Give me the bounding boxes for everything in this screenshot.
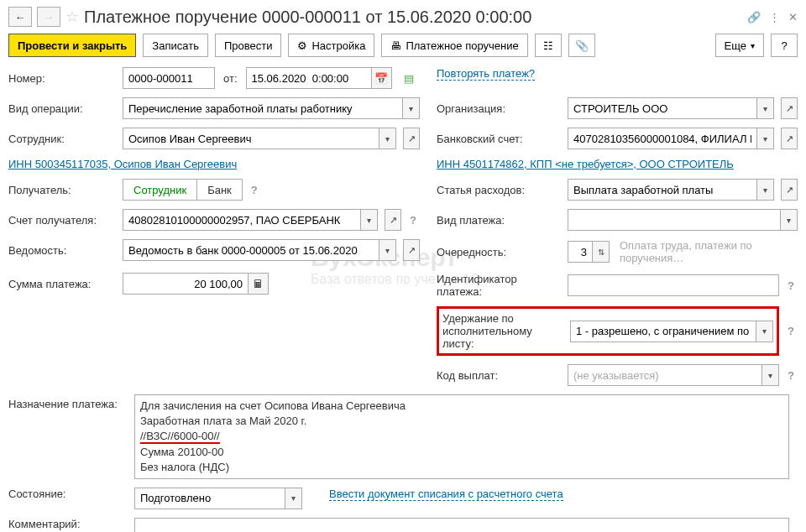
priority-input[interactable] (568, 241, 593, 263)
write-button[interactable]: Записать (143, 34, 208, 57)
calendar-button[interactable]: 📅 (372, 67, 392, 89)
structure-icon: ☷ (543, 39, 553, 52)
date-input[interactable] (246, 67, 372, 89)
bank-acc-open[interactable]: ↗ (781, 128, 798, 149)
ident-label: Идентификатор платежа: (437, 273, 563, 298)
employee-input[interactable] (123, 128, 379, 149)
post-and-close-button[interactable]: Провести и закрыть (8, 34, 136, 57)
org-label: Организация: (437, 102, 563, 115)
state-label: Состояние: (8, 488, 118, 500)
pay-type-dropdown[interactable]: ▾ (781, 209, 798, 231)
purpose-line: Заработная плата за Май 2020 г. (140, 414, 783, 429)
employee-open[interactable]: ↗ (403, 128, 420, 149)
toggle-bank[interactable]: Банк (197, 179, 243, 201)
ident-help[interactable]: ? (784, 279, 798, 292)
inn-org-link[interactable]: ИНН 4501174862, КПП <не требуется>, ООО … (437, 158, 734, 170)
bank-acc-label: Банковский счет: (437, 133, 563, 145)
page-title: Платежное поручение 0000-000011 от 15.06… (84, 8, 742, 27)
sheet-label: Ведомость: (8, 244, 118, 257)
number-label: Номер: (8, 72, 118, 85)
employee-dropdown[interactable]: ▾ (379, 128, 396, 149)
attach-button[interactable]: 📎 (568, 34, 595, 57)
recipient-help[interactable]: ? (248, 184, 261, 196)
org-input[interactable] (568, 97, 757, 119)
sheet-dropdown[interactable]: ▾ (379, 239, 396, 261)
withholding-highlight: Удержание по исполнительному листу: ▾ (437, 306, 779, 356)
purpose-line: Для зачисления на счет Осипова Ивана Сер… (140, 399, 783, 414)
priority-label: Очередность: (437, 246, 563, 258)
number-input[interactable] (123, 67, 215, 89)
org-open[interactable]: ↗ (781, 97, 798, 119)
paycode-dropdown[interactable]: ▾ (762, 364, 779, 386)
rec-acc-help[interactable]: ? (406, 214, 420, 227)
rec-acc-open[interactable]: ↗ (385, 209, 401, 231)
paycode-label: Код выплат: (437, 369, 563, 382)
withhold-label: Удержание по исполнительному листу: (442, 312, 565, 350)
calendar-icon: 📅 (374, 72, 388, 85)
purpose-label: Назначение платежа: (8, 394, 118, 410)
help-button[interactable]: ? (771, 34, 798, 57)
rec-acc-label: Счет получателя: (8, 214, 118, 227)
op-type-input[interactable] (123, 97, 403, 119)
rec-acc-dropdown[interactable]: ▾ (361, 209, 378, 231)
posted-icon: ▤ (404, 72, 414, 85)
sheet-input[interactable] (123, 239, 379, 261)
from-label: от: (223, 72, 238, 85)
more-button[interactable]: Еще ▾ (715, 34, 764, 57)
sheet-open[interactable]: ↗ (403, 239, 420, 261)
op-type-dropdown[interactable]: ▾ (403, 97, 420, 119)
calculator-icon: 🖩 (253, 278, 264, 290)
expense-dropdown[interactable]: ▾ (757, 179, 774, 201)
state-input[interactable] (134, 488, 285, 509)
employee-label: Сотрудник: (8, 133, 118, 145)
priority-stepper[interactable]: ⇅ (593, 241, 610, 263)
op-type-label: Вид операции: (8, 102, 118, 115)
post-button[interactable]: Провести (215, 34, 282, 57)
repeat-payment-link[interactable]: Повторять платеж? (437, 67, 535, 81)
withhold-input[interactable] (570, 321, 756, 342)
purpose-vzs-line: //ВЗС//6000-00// (140, 430, 220, 444)
ident-input[interactable] (568, 274, 779, 296)
favorite-star-icon[interactable]: ☆ (65, 8, 79, 26)
menu-icon[interactable]: ⋮ (769, 11, 780, 23)
close-icon[interactable]: ✕ (788, 11, 798, 23)
purpose-line: Сумма 20100-00 (140, 445, 783, 460)
structure-button[interactable]: ☷ (535, 34, 562, 57)
comment-label: Комментарий: (8, 518, 118, 530)
inn-employee-link[interactable]: ИНН 500345117035, Осипов Иван Сергеевич (8, 158, 237, 170)
link-icon[interactable]: 🔗 (747, 11, 761, 23)
recipient-label: Получатель: (8, 184, 118, 196)
pay-type-input[interactable] (568, 209, 781, 231)
settings-button[interactable]: ⚙Настройка (288, 34, 374, 57)
expense-label: Статья расходов: (437, 184, 563, 196)
sum-input[interactable] (123, 273, 249, 295)
paperclip-icon: 📎 (575, 39, 589, 52)
state-dropdown[interactable]: ▾ (285, 488, 302, 509)
withhold-dropdown[interactable]: ▾ (756, 321, 773, 342)
purpose-textarea[interactable]: Для зачисления на счет Осипова Ивана Сер… (134, 394, 789, 479)
gear-icon: ⚙ (297, 39, 307, 52)
pay-type-label: Вид платежа: (437, 214, 563, 227)
org-dropdown[interactable]: ▾ (757, 97, 774, 119)
bank-acc-input[interactable] (568, 128, 757, 149)
sum-label: Сумма платежа: (8, 278, 118, 290)
printer-icon: 🖶 (390, 39, 401, 52)
paycode-input[interactable] (568, 364, 762, 386)
bank-acc-dropdown[interactable]: ▾ (757, 128, 774, 149)
toggle-employee[interactable]: Сотрудник (123, 179, 197, 201)
enter-writeoff-link[interactable]: Ввести документ списания с расчетного сч… (329, 488, 563, 501)
expense-open[interactable]: ↗ (781, 179, 798, 201)
rec-acc-input[interactable] (123, 209, 361, 231)
withhold-help[interactable]: ? (784, 325, 798, 337)
paycode-help[interactable]: ? (784, 369, 798, 382)
nav-back-button[interactable]: ← (8, 7, 32, 27)
nav-forward-button[interactable]: → (37, 7, 60, 27)
comment-input[interactable] (134, 518, 789, 532)
sum-calc-button[interactable]: 🖩 (249, 273, 269, 295)
print-button[interactable]: 🖶Платежное поручение (381, 34, 527, 57)
priority-hint: Оплата труда, платежи по поручения… (620, 239, 798, 264)
expense-input[interactable] (568, 179, 757, 201)
purpose-line: Без налога (НДС) (140, 460, 783, 475)
